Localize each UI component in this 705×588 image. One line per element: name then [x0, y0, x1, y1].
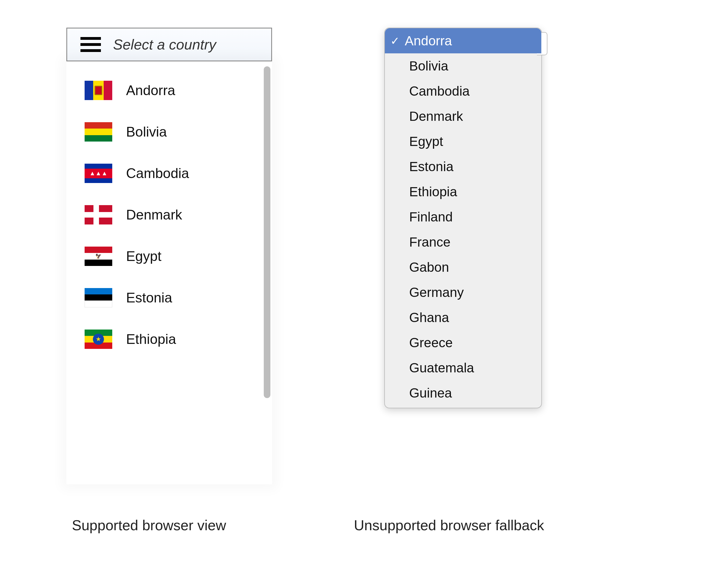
native-option[interactable]: Ethiopia — [385, 179, 541, 204]
native-option-label: Bolivia — [409, 59, 448, 73]
native-option-label: Gabon — [409, 260, 449, 275]
native-option[interactable]: France — [385, 230, 541, 255]
select-placeholder: Select a country — [113, 36, 216, 53]
native-option-label: Cambodia — [409, 84, 470, 98]
native-option-label: Denmark — [409, 109, 463, 124]
caption-supported: Supported browser view — [72, 517, 226, 534]
native-option-label: Estonia — [409, 159, 454, 174]
native-option-label: Egypt — [409, 134, 443, 149]
denmark-flag-icon — [85, 205, 112, 225]
country-option[interactable]: ★Ethiopia — [66, 318, 272, 360]
country-option-label: Ethiopia — [126, 331, 176, 347]
country-option[interactable]: Estonia — [66, 277, 272, 318]
native-option[interactable]: Denmark — [385, 104, 541, 129]
native-option[interactable]: Estonia — [385, 154, 541, 179]
native-option[interactable]: Finland — [385, 204, 541, 230]
native-option[interactable]: Guatemala — [385, 355, 541, 380]
native-option-label: Finland — [409, 209, 453, 224]
native-option[interactable]: Germany — [385, 280, 541, 305]
native-option[interactable]: Ghana — [385, 305, 541, 330]
native-option[interactable]: ✓Andorra — [385, 28, 541, 53]
select-trigger-button[interactable]: Select a country — [66, 28, 272, 61]
cambodia-flag-icon: ▲▲▲ — [85, 164, 112, 183]
country-option-label: Cambodia — [126, 165, 189, 181]
country-option-label: Egypt — [126, 248, 161, 264]
country-option[interactable]: Bolivia — [66, 111, 272, 153]
andorra-flag-icon — [85, 81, 112, 100]
country-option-label: Estonia — [126, 290, 172, 306]
native-option[interactable]: Greece — [385, 330, 541, 355]
native-option[interactable]: Cambodia — [385, 79, 541, 104]
country-option[interactable]: ▲▲▲Cambodia — [66, 153, 272, 194]
native-option-label: France — [409, 235, 451, 249]
country-option-label: Denmark — [126, 207, 182, 223]
native-option-label: Andorra — [405, 34, 452, 48]
native-option-label: Guinea — [409, 386, 452, 400]
native-option[interactable]: Bolivia — [385, 53, 541, 79]
country-option[interactable]: Denmark — [66, 194, 272, 236]
native-option[interactable]: Egypt — [385, 129, 541, 154]
select-listbox: AndorraBolivia▲▲▲CambodiaDenmark🦅EgyptEs… — [66, 61, 272, 484]
ethiopia-flag-icon: ★ — [85, 330, 112, 349]
country-option[interactable]: Andorra — [66, 70, 272, 111]
scrollbar[interactable] — [264, 66, 270, 398]
country-option[interactable]: 🦅Egypt — [66, 236, 272, 277]
native-option[interactable]: Gabon — [385, 255, 541, 280]
hamburger-icon — [81, 37, 101, 52]
native-option-label: Germany — [409, 285, 464, 300]
egypt-flag-icon: 🦅 — [85, 247, 112, 266]
native-option-label: Greece — [409, 335, 453, 350]
caption-unsupported: Unsupported browser fallback — [354, 517, 544, 534]
estonia-flag-icon — [85, 288, 112, 307]
native-option-label: Ghana — [409, 310, 449, 325]
custom-country-select: Select a country AndorraBolivia▲▲▲Cambod… — [66, 28, 272, 484]
country-option-label: Andorra — [126, 82, 175, 98]
native-option[interactable]: Guinea — [385, 380, 541, 405]
check-icon: ✓ — [390, 35, 400, 47]
country-option-label: Bolivia — [126, 124, 167, 140]
native-option-label: Guatemala — [409, 360, 474, 375]
bolivia-flag-icon — [85, 122, 112, 142]
native-select-popup: ✓AndorraBoliviaCambodiaDenmarkEgyptEston… — [384, 28, 542, 408]
native-option-label: Ethiopia — [409, 184, 457, 199]
